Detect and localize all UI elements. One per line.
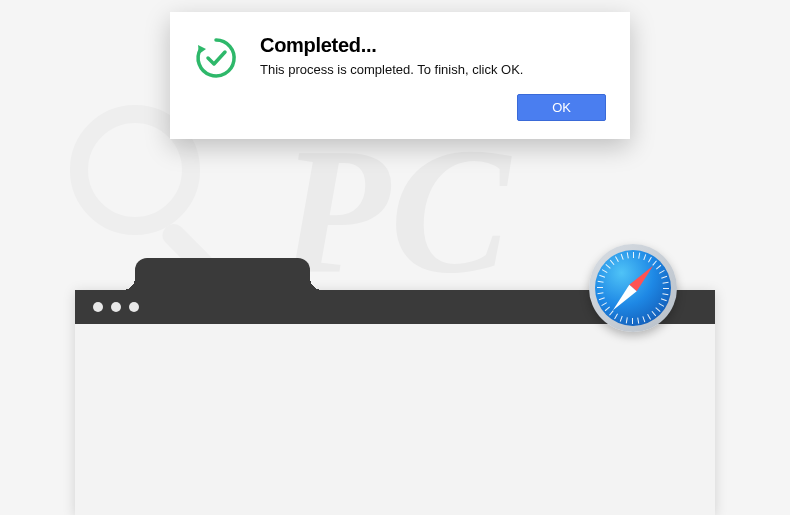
compass-tick-icon — [643, 254, 646, 260]
dialog-message: This process is completed. To finish, cl… — [260, 62, 606, 77]
compass-tick-icon — [626, 317, 628, 323]
minimize-window-button[interactable] — [111, 302, 121, 312]
compass-tick-icon — [661, 298, 667, 301]
compass-tick-icon — [663, 282, 669, 284]
compass-tick-icon — [638, 253, 640, 259]
compass-tick-icon — [627, 252, 629, 258]
compass-tick-icon — [615, 256, 619, 262]
compass-tick-icon — [642, 316, 645, 322]
compass-tick-icon — [662, 293, 668, 295]
compass-tick-icon — [602, 269, 608, 273]
compass-tick-icon — [633, 252, 634, 258]
maximize-window-button[interactable] — [129, 302, 139, 312]
dialog-title: Completed... — [260, 34, 606, 57]
compass-tick-icon — [620, 316, 623, 322]
compass-tick-icon — [637, 318, 639, 324]
compass-tick-icon — [658, 303, 664, 307]
watermark-logo-text: PC — [280, 139, 510, 283]
compass-tick-icon — [601, 302, 607, 306]
completed-dialog: Completed... This process is completed. … — [170, 12, 630, 139]
window-controls — [93, 302, 139, 312]
checkmark-refresh-icon — [194, 36, 238, 80]
compass-tick-icon — [610, 260, 615, 265]
compass-tick-icon — [661, 276, 667, 279]
browser-tab[interactable] — [135, 258, 310, 290]
compass-tick-icon — [621, 254, 624, 260]
compass-tick-icon — [652, 311, 657, 316]
close-window-button[interactable] — [93, 302, 103, 312]
compass-tick-icon — [599, 297, 605, 300]
compass-tick-icon — [655, 307, 660, 312]
compass-tick-icon — [659, 270, 665, 274]
ok-button[interactable]: OK — [517, 94, 606, 121]
compass-tick-icon — [597, 287, 603, 288]
compass-tick-icon — [647, 314, 651, 320]
compass-tick-icon — [597, 292, 603, 294]
compass-tick-icon — [614, 313, 618, 319]
compass-tick-icon — [598, 281, 604, 283]
compass-tick-icon — [663, 288, 669, 289]
compass-tick-icon — [605, 264, 610, 269]
svg-marker-0 — [198, 45, 206, 54]
compass-tick-icon — [599, 275, 605, 278]
compass-tick-icon — [632, 318, 633, 324]
safari-compass-icon — [589, 244, 677, 332]
browser-window — [75, 290, 715, 515]
